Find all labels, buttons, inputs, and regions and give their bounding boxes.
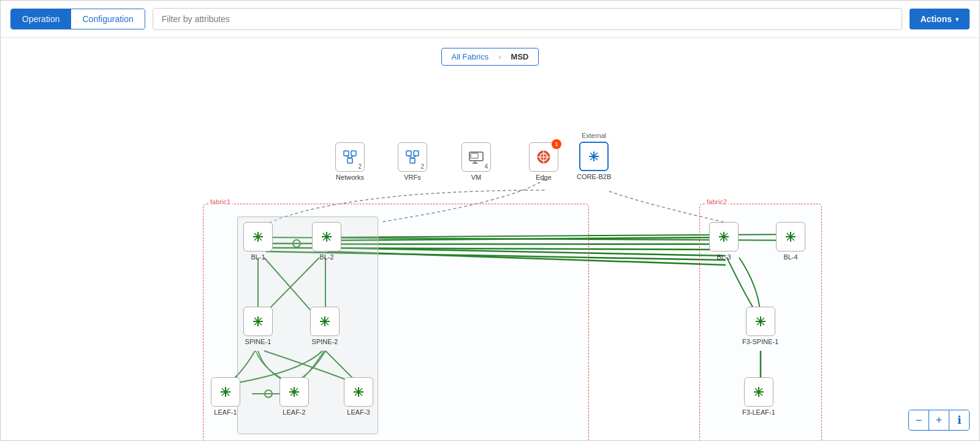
- edge-badge: 1: [552, 139, 561, 149]
- node-icon-f3spine1: [746, 307, 775, 336]
- node-icon-networks: 2: [335, 142, 365, 172]
- svg-rect-19: [348, 158, 352, 163]
- breadcrumb-msd: MSD: [501, 48, 539, 65]
- tab-configuration[interactable]: Configuration: [70, 9, 144, 29]
- breadcrumb: All Fabrics › MSD: [441, 48, 539, 66]
- zoom-out-button[interactable]: −: [909, 410, 929, 430]
- node-leaf3[interactable]: LEAF-3: [344, 377, 373, 416]
- node-icon-edge: 1: [529, 142, 558, 172]
- node-label-core-b2b: CORE-B2B: [577, 173, 611, 180]
- tab-operation[interactable]: Operation: [11, 9, 70, 29]
- fabric2-label: fabric2: [705, 198, 729, 205]
- node-label-leaf3: LEAF-3: [347, 408, 370, 416]
- node-icon-bl1: [243, 222, 273, 251]
- node-edge[interactable]: 1 Edge: [529, 142, 558, 181]
- node-label-bl4: BL-4: [783, 253, 797, 261]
- node-bl3[interactable]: BL-3: [709, 222, 739, 261]
- zoom-in-button[interactable]: +: [929, 410, 949, 430]
- node-leaf2[interactable]: LEAF-2: [279, 377, 309, 416]
- node-icon-vrfs: 2: [398, 142, 427, 172]
- filter-input[interactable]: [153, 8, 902, 30]
- node-icon-leaf3: [344, 377, 373, 407]
- node-icon-spine1: [243, 307, 273, 336]
- node-leaf1[interactable]: LEAF-1: [211, 377, 240, 416]
- chevron-down-icon: ▾: [955, 16, 959, 23]
- node-bl2[interactable]: BL-2: [312, 222, 341, 261]
- app-container: Operation Configuration Actions ▾ All Fa…: [0, 0, 980, 441]
- node-label-bl3: BL-3: [716, 253, 731, 261]
- node-vm[interactable]: 4 VM: [462, 142, 491, 181]
- node-icon-bl4: [776, 222, 805, 251]
- node-label-vm: VM: [471, 174, 482, 181]
- node-label-spine1: SPINE-1: [245, 338, 272, 345]
- info-button[interactable]: ℹ: [949, 410, 969, 430]
- node-label-edge: Edge: [536, 174, 552, 181]
- svg-rect-17: [344, 151, 349, 156]
- node-icon-vm: 4: [462, 142, 491, 172]
- node-label-f3spine1: F3-SPINE-1: [742, 338, 778, 345]
- node-label-networks: Networks: [336, 174, 364, 181]
- svg-rect-18: [351, 151, 356, 156]
- breadcrumb-all-fabrics[interactable]: All Fabrics: [442, 48, 499, 65]
- svg-rect-28: [471, 153, 478, 158]
- node-icon-bl3: [709, 222, 739, 251]
- fabric1-label: fabric1: [208, 198, 232, 205]
- node-label-bl2: BL-2: [319, 253, 333, 261]
- node-networks[interactable]: 2 Networks: [335, 142, 365, 181]
- node-label-spine2: SPINE-2: [312, 338, 338, 345]
- svg-rect-24: [410, 158, 415, 163]
- node-f3leaf1[interactable]: F3-LEAF-1: [742, 377, 775, 416]
- zoom-controls: − + ℹ: [908, 410, 970, 431]
- node-label-leaf2: LEAF-2: [283, 408, 305, 416]
- header: Operation Configuration Actions ▾: [1, 1, 979, 38]
- node-icon-core-b2b: [579, 142, 609, 171]
- actions-button[interactable]: Actions ▾: [910, 9, 970, 29]
- node-icon-leaf1: [211, 377, 240, 407]
- tab-group: Operation Configuration: [10, 9, 145, 29]
- node-bl1[interactable]: BL-1: [243, 222, 273, 261]
- node-spine2[interactable]: SPINE-2: [310, 307, 340, 345]
- node-icon-f3leaf1: [744, 377, 773, 407]
- node-icon-bl2: [312, 222, 341, 251]
- external-label: External: [577, 132, 611, 139]
- node-icon-spine2: [310, 307, 340, 336]
- svg-rect-23: [414, 151, 419, 156]
- node-label-f3leaf1: F3-LEAF-1: [742, 408, 775, 416]
- node-core-b2b[interactable]: CORE-B2B: [577, 142, 611, 180]
- node-f3spine1[interactable]: F3-SPINE-1: [742, 307, 778, 345]
- node-label-vrfs: VRFs: [404, 174, 421, 181]
- node-label-leaf1: LEAF-1: [214, 408, 237, 416]
- svg-rect-22: [406, 151, 411, 156]
- main-content: All Fabrics › MSD: [1, 38, 979, 440]
- node-spine1[interactable]: SPINE-1: [243, 307, 273, 345]
- node-bl4[interactable]: BL-4: [776, 222, 805, 261]
- node-icon-leaf2: [279, 377, 309, 407]
- node-label-bl1: BL-1: [251, 253, 265, 261]
- node-vrfs[interactable]: 2 VRFs: [398, 142, 427, 181]
